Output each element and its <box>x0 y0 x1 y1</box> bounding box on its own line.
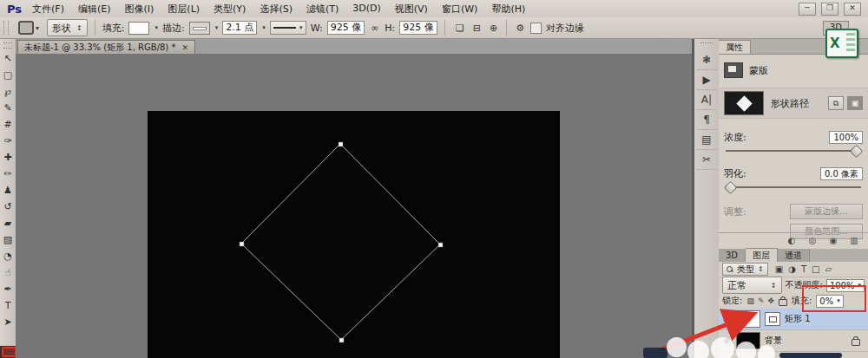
filter-type-select[interactable]: 类型 ↕ <box>722 263 768 276</box>
opacity-value[interactable]: 100% ▾ <box>826 279 865 292</box>
menu-item[interactable]: 图层(L) <box>168 3 200 16</box>
mask-thumbnail-icon[interactable] <box>724 62 743 78</box>
dropdown-arrow-icon: ▾ <box>837 297 840 304</box>
fill-opacity-value[interactable]: 0% ▾ <box>816 295 843 308</box>
menu-item[interactable]: 视图(V) <box>395 3 428 16</box>
clone-source-panel-icon[interactable]: ▤ <box>696 130 717 150</box>
lock-all-icon[interactable] <box>779 299 787 306</box>
quick-selection-tool[interactable]: ✎ <box>0 100 16 116</box>
restore-button[interactable]: ❐ <box>821 3 838 16</box>
add-pixel-mask-icon[interactable]: ⧉ <box>828 96 844 110</box>
character-panel-icon[interactable]: A| <box>696 90 717 110</box>
vector-mask-thumbnail[interactable] <box>765 312 780 326</box>
mask-header-row: 蒙版 <box>719 58 868 82</box>
eraser-tool[interactable]: ▰ <box>0 215 16 231</box>
menu-item[interactable]: 文件(F) <box>32 3 64 16</box>
align-edges-checkbox[interactable] <box>530 23 542 34</box>
tool-mode-select[interactable]: 形状 ↕ <box>47 19 88 36</box>
filter-smart-objects-icon[interactable]: ▱ <box>825 264 832 274</box>
stroke-swatch[interactable] <box>189 22 210 35</box>
visibility-eye-icon[interactable]: ◉ <box>721 315 732 323</box>
filter-type-layers-icon[interactable]: T <box>801 264 806 274</box>
slider-track[interactable] <box>726 186 861 188</box>
gradient-tool[interactable]: ▨ <box>0 231 16 248</box>
path-selection-tool[interactable]: ➤ <box>0 314 16 330</box>
close-button[interactable]: ✕ <box>844 3 861 16</box>
fill-swatch[interactable] <box>128 22 149 35</box>
menu-item[interactable]: 3D(D) <box>352 3 381 16</box>
document-tab[interactable]: 未标题-1 @ 33.3% (矩形 1, RGB/8) * ✕ <box>17 40 195 55</box>
stroke-style-select[interactable]: ▾ <box>270 21 306 35</box>
move-tool[interactable]: ↖ <box>0 50 16 67</box>
feather-slider[interactable] <box>726 183 861 192</box>
pen-tool[interactable]: ✒ <box>0 281 16 297</box>
menu-item[interactable]: 滤镜(T) <box>306 3 339 16</box>
filter-pixel-layers-icon[interactable]: ▣ <box>775 264 783 274</box>
layer-row-background[interactable]: ◉ 背景 <box>719 330 868 352</box>
layer-thumbnail[interactable] <box>736 310 760 328</box>
link-dimensions-icon[interactable]: ∞ <box>369 23 380 34</box>
tab-3d[interactable]: 3D <box>719 249 746 262</box>
tool-presets-panel-icon[interactable]: ✂ <box>696 150 717 170</box>
mask-edge-button[interactable]: 蒙版边缘... <box>790 204 863 219</box>
filter-adjustment-layers-icon[interactable]: ◑ <box>788 264 796 274</box>
visibility-eye-icon[interactable]: ◉ <box>721 336 732 345</box>
add-vector-mask-icon[interactable]: ▣ <box>847 96 863 110</box>
density-value-input[interactable]: 100% <box>829 131 863 144</box>
menu-item[interactable]: 选择(S) <box>260 3 293 16</box>
shape-tool-button-active[interactable] <box>0 346 17 358</box>
crop-tool[interactable]: # <box>0 116 16 133</box>
eyedropper-tool[interactable]: ✑ <box>0 133 16 149</box>
paragraph-panel-icon[interactable]: ¶ <box>696 110 717 130</box>
dodge-tool[interactable]: ◔ <box>0 248 16 264</box>
menu-item[interactable]: 窗口(W) <box>442 3 477 16</box>
minimize-button[interactable]: ─ <box>799 3 816 16</box>
document-canvas[interactable] <box>148 111 560 358</box>
tab-properties[interactable]: 属性 <box>719 40 751 54</box>
mask-visibility-icon[interactable]: ◉ <box>826 236 840 245</box>
menu-item[interactable]: 帮助(H) <box>491 3 525 16</box>
layer-thumbnail[interactable] <box>736 332 760 349</box>
tab-layers[interactable]: 图层 <box>746 248 778 262</box>
shape-path-thumbnail[interactable] <box>724 91 764 115</box>
lock-pixels-icon[interactable]: ✎ <box>758 296 765 305</box>
feather-slider-knob[interactable] <box>724 181 738 195</box>
brush-panel-icon[interactable]: ❃ <box>696 50 717 70</box>
smudge-tool[interactable]: ☝ <box>0 264 16 281</box>
path-arrange-icon[interactable]: ⊕ <box>488 23 499 34</box>
shape-width-input[interactable]: 925 像 <box>327 21 365 35</box>
path-alignment-icon[interactable]: ⊟ <box>471 23 483 34</box>
layer-row-rectangle-1[interactable]: ◉ 矩形 1 <box>719 309 868 330</box>
healing-brush-tool[interactable]: ✚ <box>0 149 16 166</box>
shape-height-input[interactable]: 925 像 <box>399 21 437 35</box>
clone-stamp-tool[interactable]: ♟ <box>0 182 16 199</box>
density-slider[interactable] <box>726 146 861 155</box>
menu-item[interactable]: 类型(Y) <box>214 3 246 16</box>
slider-track[interactable] <box>726 150 861 152</box>
stroke-width-input[interactable]: 2.1 点 <box>222 21 257 35</box>
invert-mask-icon[interactable]: ◐ <box>785 236 799 245</box>
canvas-area[interactable] <box>16 54 692 358</box>
filter-shape-layers-icon[interactable]: □ <box>812 264 819 274</box>
path-operations-icon[interactable]: ❏ <box>454 23 466 34</box>
lock-transparency-icon[interactable]: ▨ <box>746 296 754 305</box>
close-tab-icon[interactable]: ✕ <box>181 43 188 52</box>
actions-panel-icon[interactable]: ▶ <box>696 70 717 90</box>
menu-item[interactable]: 图像(I) <box>125 3 155 16</box>
lasso-tool[interactable]: ℘ <box>0 83 16 100</box>
blend-mode-select[interactable]: 正常 ↕ <box>722 277 782 294</box>
feather-value-input[interactable]: 0.0 像素 <box>820 167 863 180</box>
layer-filter-row: 类型 ↕ ▣◑T□▱ <box>719 262 868 277</box>
lock-position-icon[interactable]: ✥ <box>767 296 774 305</box>
type-tool[interactable]: T <box>0 297 16 314</box>
delete-mask-icon[interactable]: ▥ <box>847 236 861 245</box>
density-slider-knob[interactable] <box>850 145 864 159</box>
tab-channels[interactable]: 通道 <box>778 249 810 262</box>
menu-item[interactable]: 编辑(E) <box>78 3 111 16</box>
tool-preset-picker[interactable]: ▾ <box>15 19 43 36</box>
brush-tool[interactable]: ✏ <box>0 166 16 182</box>
history-brush-tool[interactable]: ↺ <box>0 199 16 215</box>
gear-icon[interactable]: ⚙ <box>514 23 526 34</box>
mask-from-selection-icon[interactable]: ◎ <box>806 236 819 245</box>
marquee-tool[interactable]: ▢ <box>0 67 16 83</box>
